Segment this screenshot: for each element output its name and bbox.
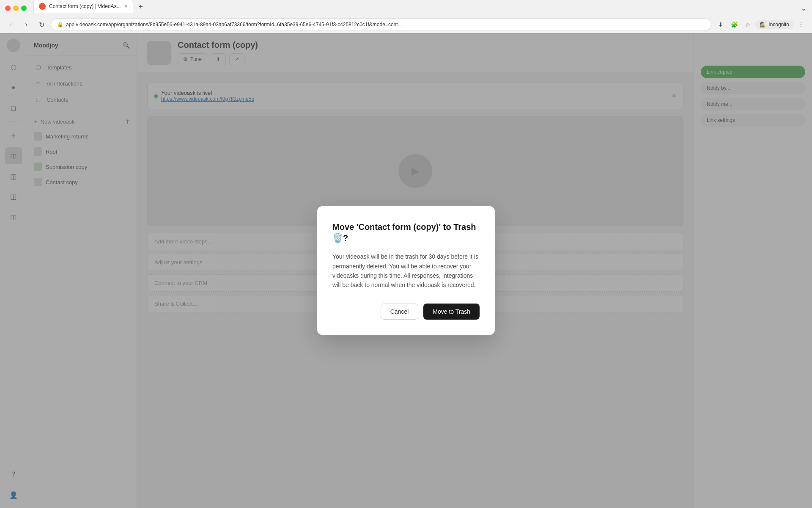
nav-refresh-button[interactable]: ↻	[36, 19, 47, 30]
toolbar-actions: ⬇ 🧩 ☆ 🕵 Incognito ⋮	[715, 19, 807, 30]
browser-toolbar: ‹ › ↻ 🔒 app.videoask.com/app/organizatio…	[0, 16, 812, 33]
bookmark-icon[interactable]: ☆	[742, 19, 754, 30]
chevron-down-icon[interactable]: ⌄	[801, 3, 807, 13]
tab-favicon	[39, 3, 46, 10]
window-minimize-button[interactable]	[13, 6, 19, 11]
modal-footer: Cancel Move to Trash	[332, 304, 480, 320]
address-text: app.videoask.com/app/organizations/8b955…	[66, 22, 402, 28]
incognito-label: Incognito	[768, 22, 789, 28]
tab-title: Contact form (copy) | VideoAs...	[49, 3, 121, 9]
modal-title: Move 'Contact form (copy)' to Trash 🗑️?	[332, 221, 480, 243]
confirm-dialog: Move 'Contact form (copy)' to Trash 🗑️? …	[317, 206, 495, 335]
nav-back-button[interactable]: ‹	[5, 19, 17, 30]
modal-overlay: Move 'Contact form (copy)' to Trash 🗑️? …	[0, 33, 812, 508]
browser-chrome: Contact form (copy) | VideoAs... × + ⌄ ‹…	[0, 0, 812, 33]
browser-titlebar: Contact form (copy) | VideoAs... × + ⌄	[0, 0, 812, 16]
window-controls	[5, 6, 27, 11]
extension-icon[interactable]: 🧩	[728, 19, 740, 30]
menu-icon[interactable]: ⋮	[795, 19, 807, 30]
cancel-button[interactable]: Cancel	[381, 304, 419, 320]
download-icon[interactable]: ⬇	[715, 19, 727, 30]
tab-close-button[interactable]: ×	[124, 3, 128, 10]
browser-tabs: Contact form (copy) | VideoAs... × +	[33, 3, 147, 13]
move-to-trash-button[interactable]: Move to Trash	[423, 304, 480, 320]
incognito-badge: 🕵 Incognito	[755, 20, 793, 29]
window-maximize-button[interactable]	[21, 6, 27, 11]
address-bar[interactable]: 🔒 app.videoask.com/app/organizations/8b9…	[51, 18, 711, 31]
active-tab[interactable]: Contact form (copy) | VideoAs... ×	[33, 0, 133, 13]
new-tab-button[interactable]: +	[135, 1, 147, 13]
nav-forward-button[interactable]: ›	[20, 19, 32, 30]
lock-icon: 🔒	[57, 22, 63, 28]
window-close-button[interactable]	[5, 6, 11, 11]
incognito-icon: 🕵	[760, 22, 766, 28]
modal-body: Your videoask will be in the trash for 3…	[332, 252, 480, 290]
